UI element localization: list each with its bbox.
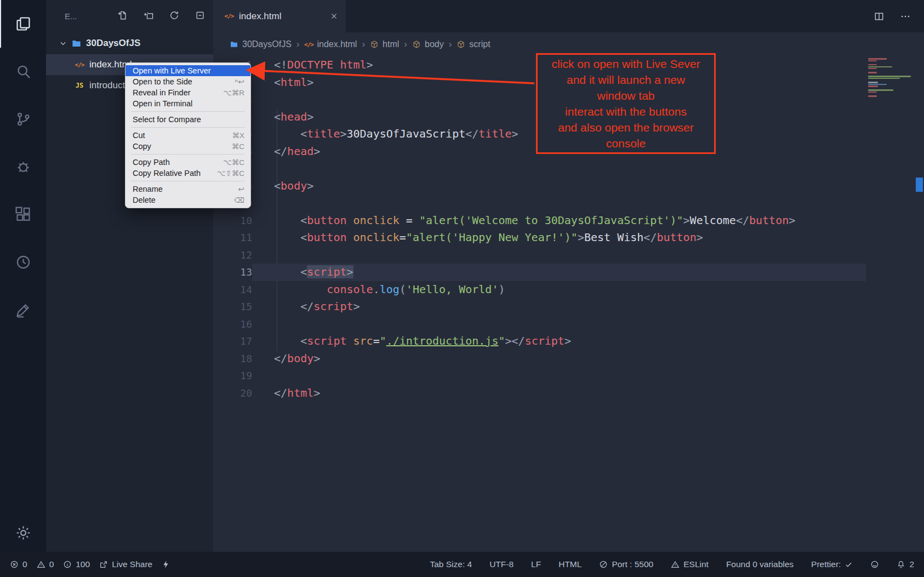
menu-item-rename[interactable]: Rename↩ [126, 184, 250, 195]
collapse-folders-button[interactable] [195, 10, 206, 23]
menu-item-delete[interactable]: Delete⌫ [126, 195, 250, 205]
code-text [252, 316, 274, 333]
source-control-icon [15, 111, 32, 128]
menu-item-open-to-the-side[interactable]: Open to the Side^↩ [126, 76, 250, 87]
tab-bar: </> index.html [213, 0, 924, 32]
activity-item-search[interactable] [0, 48, 46, 95]
settings-gear-icon [15, 524, 32, 541]
refresh-explorer-button[interactable] [169, 10, 180, 23]
activity-item-extensions[interactable] [0, 191, 46, 238]
menu-item-open-in-terminal[interactable]: Open in Terminal [126, 98, 250, 109]
code-line-14[interactable]: 14 console.log('Hello, World') [213, 281, 924, 299]
status-feedback[interactable] [870, 560, 879, 569]
activity-item-source-control[interactable] [0, 95, 46, 143]
code-text [252, 195, 274, 212]
error-icon [10, 560, 19, 569]
breadcrumb-item-30daysofjs[interactable]: 30DaysOfJS [230, 39, 292, 49]
code-text [252, 160, 274, 178]
line-number: 15 [213, 298, 252, 316]
code-text [252, 367, 274, 385]
status-variables[interactable]: Found 0 variables [726, 559, 794, 569]
menu-item-select-for-compare[interactable]: Select for Compare [126, 114, 250, 125]
menu-item-label: Copy Path [133, 158, 170, 167]
menu-item-open-with-live-server[interactable]: Open with Live Server [126, 65, 250, 76]
more-actions-icon[interactable] [900, 11, 911, 22]
status-eslint[interactable]: ESLint [671, 559, 709, 569]
status-warnings[interactable]: 0 [37, 559, 54, 569]
activity-item-timeline[interactable] [0, 238, 46, 286]
status-eol[interactable]: LF [531, 559, 541, 569]
status-encoding[interactable]: UTF-8 [489, 559, 514, 569]
code-line-10[interactable]: 10 <button onclick = "alert('Welcome to … [213, 212, 924, 230]
menu-item-shortcut: ↩ [238, 185, 244, 193]
code-text: console.log('Hello, World') [252, 281, 505, 299]
line-number: 12 [213, 247, 252, 264]
breadcrumb-item-body[interactable]: body [412, 39, 444, 49]
context-menu: Open with Live ServerOpen to the Side^↩R… [125, 62, 251, 208]
activity-item-live-share[interactable] [0, 286, 46, 334]
tab-close-icon[interactable] [330, 12, 338, 20]
activity-item-explorer[interactable] [0, 0, 46, 48]
code-line-11[interactable]: 11 <button onclick="alert('Happy New Yea… [213, 229, 924, 247]
menu-item-label: Delete [133, 196, 156, 204]
code-line-15[interactable]: 15 </script> [213, 298, 924, 316]
activity-bar [0, 0, 46, 552]
tree-root-folder[interactable]: 30DaysOfJS [46, 32, 213, 54]
code-line-9[interactable]: 9 [213, 195, 924, 212]
status-bar: 00100Live Share Tab Size: 4UTF-8LFHTMLPo… [0, 552, 924, 577]
code-line-16[interactable]: 16 [213, 316, 924, 333]
breadcrumb-separator-icon: › [449, 39, 452, 50]
status-errors[interactable]: 0 [10, 559, 27, 569]
breadcrumb-separator-icon: › [404, 39, 407, 50]
minimap-line [868, 68, 877, 69]
new-folder-button[interactable] [143, 10, 154, 23]
explorer-title: E... [65, 12, 77, 21]
code-line-12[interactable]: 12 [213, 247, 924, 264]
minimap-line [868, 95, 877, 96]
line-number: 10 [213, 212, 252, 230]
menu-item-label: Open in Terminal [133, 99, 192, 108]
status-tab-size[interactable]: Tab Size: 4 [430, 559, 472, 569]
code-line-19[interactable]: 19 [213, 367, 924, 385]
breadcrumb-item-html[interactable]: html [370, 39, 399, 49]
smiley-icon [870, 560, 879, 569]
activity-item-settings[interactable] [0, 513, 46, 552]
status-info-count[interactable]: 100 [63, 559, 90, 569]
line-number: 18 [213, 350, 252, 368]
status-language-mode[interactable]: HTML [558, 559, 581, 569]
status-text: 2 [909, 559, 914, 569]
menu-item-copy-relative-path[interactable]: Copy Relative Path⌥⇧⌘C [126, 168, 250, 179]
breadcrumb-item-index-html[interactable]: </>index.html [304, 39, 357, 49]
tab-index-html[interactable]: </> index.html [213, 0, 346, 32]
refresh-icon [169, 10, 180, 21]
menu-item-shortcut: ^↩ [235, 77, 244, 86]
menu-item-label: Open with Live Server [133, 66, 211, 75]
status-live-share[interactable]: Live Share [99, 559, 152, 569]
line-number: 14 [213, 281, 252, 299]
menu-item-copy-path[interactable]: Copy Path⌥⌘C [126, 157, 250, 168]
minimap[interactable] [868, 58, 915, 98]
split-editor-icon[interactable] [874, 11, 885, 22]
minimap-line [868, 76, 911, 77]
menu-item-cut[interactable]: Cut⌘X [126, 130, 250, 141]
annotation-line: window tab [597, 88, 654, 104]
code-line-17[interactable]: 17 <script src="./introduction.js"></scr… [213, 333, 924, 350]
code-line-7[interactable]: 7 [213, 160, 924, 178]
breadcrumb-label: 30DaysOfJS [242, 39, 292, 49]
minimap-line [868, 82, 878, 83]
status-quick-action[interactable] [162, 560, 170, 569]
breadcrumb-item-script[interactable]: script [457, 39, 490, 49]
code-line-13[interactable]: 13 <script> [213, 264, 924, 281]
new-file-button[interactable] [117, 10, 128, 23]
code-line-18[interactable]: 18</body> [213, 350, 924, 368]
menu-item-reveal-in-finder[interactable]: Reveal in Finder⌥⌘R [126, 87, 250, 98]
activity-item-run-debug[interactable] [0, 143, 46, 191]
code-line-20[interactable]: 20</html> [213, 385, 924, 402]
menu-item-copy[interactable]: Copy⌘C [126, 141, 250, 152]
status-prettier[interactable]: Prettier: [811, 559, 853, 569]
line-number: 17 [213, 333, 252, 350]
chevron-down-icon [59, 39, 67, 47]
status-port[interactable]: Port : 5500 [599, 559, 653, 569]
code-line-8[interactable]: 8<body> [213, 178, 924, 195]
status-notifications[interactable]: 2 [897, 559, 914, 569]
